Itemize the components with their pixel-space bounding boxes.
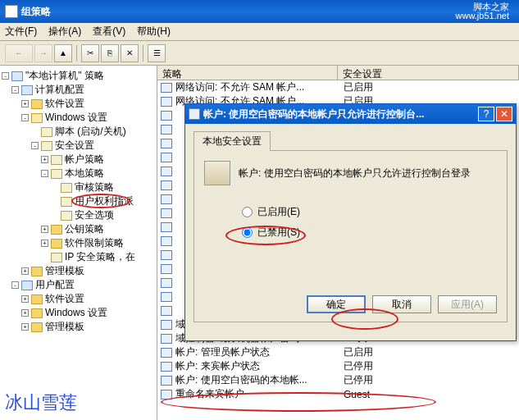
expand-icon[interactable]: + (41, 156, 48, 163)
expand-icon[interactable]: + (21, 295, 29, 303)
tree-ipsec[interactable]: IP 安全策略，在 (65, 250, 135, 264)
policy-item-icon (161, 390, 172, 399)
menu-action[interactable]: 操作(A) (48, 25, 81, 39)
policy-value: 已停用 (344, 359, 373, 373)
folder-icon (31, 113, 43, 123)
computer-icon (21, 85, 33, 95)
folder-icon (31, 322, 43, 332)
expand-icon[interactable]: - (11, 281, 19, 289)
tree-scripts[interactable]: 脚本 (启动/关机) (55, 125, 126, 139)
tree-user-admin[interactable]: 管理模板 (45, 320, 84, 334)
expand-icon[interactable]: - (21, 114, 29, 121)
tree-panel[interactable]: -"本地计算机" 策略 -计算机配置 +软件设置 -Windows 设置 脚本 … (0, 66, 157, 420)
tree-secopt[interactable]: 安全选项 (75, 208, 114, 222)
policy-item-icon (161, 362, 172, 372)
tree-local-policy[interactable]: 本地策略 (65, 167, 104, 180)
policy-item-icon (161, 334, 172, 344)
expand-icon[interactable]: + (21, 323, 29, 331)
expand-icon[interactable]: - (2, 72, 9, 80)
policy-item-icon (161, 306, 172, 316)
policy-item-icon (161, 97, 172, 107)
dialog-title: 帐户: 使用空白密码的本地帐户只允许进行控制台... (200, 107, 476, 121)
forward-button[interactable]: → (34, 44, 52, 62)
dialog-titlebar[interactable]: 帐户: 使用空白密码的本地帐户只允许进行控制台... ? ✕ (185, 104, 516, 124)
properties-button[interactable]: ☰ (148, 44, 166, 62)
policy-item-icon (161, 194, 172, 204)
tree-user-config[interactable]: 用户配置 (35, 278, 75, 292)
copy-button[interactable]: ⎘ (101, 44, 119, 62)
tree-admin-templates[interactable]: 管理模板 (45, 264, 84, 278)
watermark-text: 脚本之家 www.jb51.net (456, 2, 509, 21)
policy-icon (61, 183, 72, 193)
tree-user-windows[interactable]: Windows 设置 (45, 306, 107, 320)
expand-icon[interactable]: - (41, 170, 48, 177)
tree-audit[interactable]: 审核策略 (75, 180, 114, 194)
cancel-button[interactable]: 取消 (372, 295, 431, 313)
col-setting[interactable]: 安全设置 (338, 66, 519, 80)
help-button[interactable]: ? (478, 107, 494, 121)
tree-computer-config[interactable]: 计算机配置 (35, 83, 84, 97)
expand-icon[interactable]: + (21, 100, 29, 107)
policy-item-icon (161, 139, 172, 148)
tree-security[interactable]: 安全设置 (55, 139, 94, 153)
policy-name: 重命名来宾帐户 (175, 387, 344, 401)
dialog-buttons: 确定 取消 应用(A) (307, 295, 497, 313)
folder-icon (51, 225, 62, 235)
policy-item-icon (161, 167, 172, 176)
menu-help[interactable]: 帮助(H) (137, 25, 171, 39)
tab-strip: 本地安全设置 帐户: 使用空白密码的本地帐户只允许进行控制台登录 已启用(E) … (185, 124, 516, 322)
expand-icon[interactable]: + (41, 226, 48, 233)
folder-icon (51, 239, 62, 249)
list-item[interactable]: 网络访问: 不允许 SAM 帐户...已启用 (157, 80, 519, 94)
tree-account-policy[interactable]: 帐户策略 (65, 153, 104, 167)
radio-disabled[interactable]: 已禁用(S) (242, 226, 497, 240)
tree-software[interactable]: 软件设置 (45, 97, 84, 111)
tree-swres[interactable]: 软件限制策略 (65, 236, 124, 250)
policy-value: 已启用 (344, 80, 373, 94)
up-button[interactable]: ▲ (54, 44, 72, 62)
list-item[interactable]: 帐户: 来宾帐户状态已停用 (157, 359, 519, 373)
list-header: 策略 安全设置 (157, 66, 519, 80)
policy-item-icon (161, 264, 172, 274)
policy-item-icon (161, 376, 172, 386)
radio-enabled[interactable]: 已启用(E) (242, 205, 497, 219)
list-item[interactable]: 帐户: 使用空白密码的本地帐...已停用 (157, 373, 519, 387)
policy-value: Guest (344, 389, 370, 400)
policy-item-icon (161, 348, 172, 358)
apply-button[interactable]: 应用(A) (438, 295, 497, 313)
delete-button[interactable]: ✕ (121, 44, 139, 62)
expand-icon[interactable]: - (31, 142, 39, 149)
policy-icon (51, 253, 62, 262)
menu-view[interactable]: 查看(V) (93, 25, 125, 39)
folder-icon (31, 294, 43, 304)
policy-item-icon (161, 222, 172, 232)
expand-icon[interactable]: - (11, 86, 19, 94)
ok-button[interactable]: 确定 (307, 295, 366, 313)
policy-icon (11, 71, 23, 81)
expand-icon[interactable]: + (21, 309, 29, 317)
policy-name: 网络访问: 不允许 SAM 帐户... (175, 80, 344, 94)
expand-icon[interactable]: + (41, 240, 48, 247)
folder-icon (31, 308, 43, 318)
close-button[interactable]: ✕ (496, 107, 512, 121)
script-icon (41, 127, 52, 137)
tab-local-security[interactable]: 本地安全设置 (193, 131, 271, 151)
radio-group: 已启用(E) 已禁用(S) (242, 205, 497, 240)
tree-root[interactable]: "本地计算机" 策略 (25, 69, 104, 83)
policy-item-icon (161, 250, 172, 260)
menu-file[interactable]: 文件(F) (5, 25, 37, 39)
cut-button[interactable]: ✂ (81, 44, 99, 62)
policy-item-icon (161, 278, 172, 288)
tree-user-software[interactable]: 软件设置 (45, 292, 84, 306)
radio-enabled-input[interactable] (242, 207, 253, 217)
tree-rights[interactable]: 用户权利指派 (75, 194, 134, 208)
separator (76, 45, 77, 62)
expand-icon[interactable]: + (21, 267, 29, 275)
policy-large-icon (204, 161, 230, 185)
col-policy[interactable]: 策略 (157, 66, 338, 80)
list-item[interactable]: 帐户: 管理员帐户状态已启用 (157, 345, 519, 359)
tree-pubkey[interactable]: 公钥策略 (65, 222, 104, 236)
radio-disabled-input[interactable] (242, 227, 253, 238)
tree-windows[interactable]: Windows 设置 (45, 111, 107, 125)
back-button[interactable]: ← (5, 44, 33, 62)
